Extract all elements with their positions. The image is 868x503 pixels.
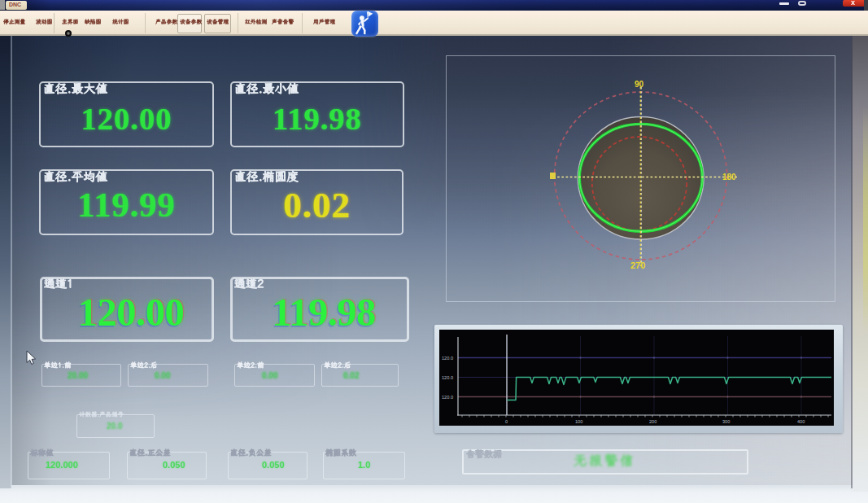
svg-text:300: 300 — [722, 419, 730, 424]
svg-text:0: 0 — [505, 419, 508, 424]
svg-text:270: 270 — [630, 260, 645, 270]
svg-text:180: 180 — [722, 173, 736, 182]
svg-text:120.0: 120.0 — [442, 375, 453, 380]
svg-text:90: 90 — [635, 80, 644, 89]
svg-text:120.0: 120.0 — [442, 395, 453, 400]
svg-text:100: 100 — [575, 419, 582, 424]
svg-text:120.0: 120.0 — [442, 356, 453, 361]
svg-text:400: 400 — [797, 419, 805, 424]
svg-text:200: 200 — [649, 419, 656, 424]
